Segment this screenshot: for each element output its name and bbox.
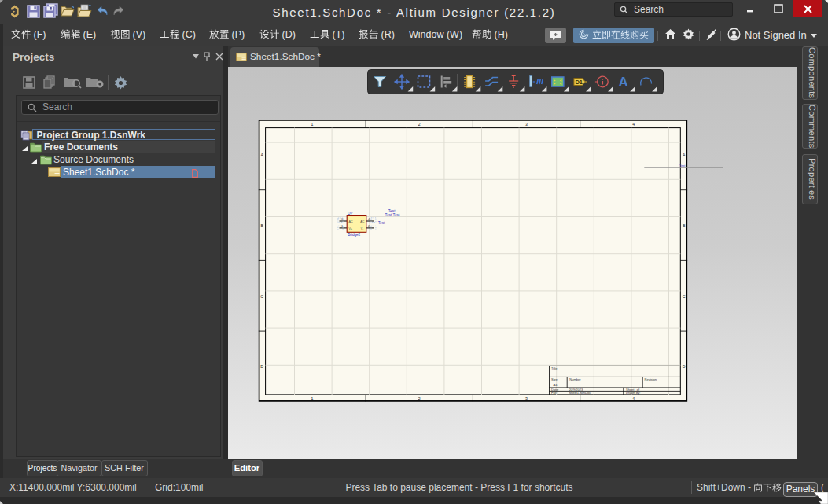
svg-text:V+: V+ xyxy=(349,227,353,230)
svg-text:B: B xyxy=(260,223,263,228)
svg-text:File:: File: xyxy=(551,391,558,395)
svg-text:A: A xyxy=(619,75,628,90)
svg-text:Test Test: Test Test xyxy=(385,213,401,217)
svg-text:Size: Size xyxy=(551,377,558,381)
svg-text:2: 2 xyxy=(418,122,421,127)
svg-text:D: D xyxy=(260,364,263,369)
svg-text:Number: Number xyxy=(569,377,581,381)
svg-text:C: C xyxy=(683,294,686,299)
svg-text:B: B xyxy=(683,223,686,228)
svg-text:Drawn By:: Drawn By: xyxy=(626,391,640,395)
svg-text:3: 3 xyxy=(525,396,528,401)
svg-text:Title: Title xyxy=(551,366,558,370)
svg-text:3: 3 xyxy=(525,122,528,127)
svg-text:D?: D? xyxy=(348,211,353,215)
svg-text:Test: Test xyxy=(378,221,385,225)
svg-text:D: D xyxy=(683,364,686,369)
svg-text:A: A xyxy=(260,153,263,157)
svg-text:A4: A4 xyxy=(554,383,558,387)
svg-text:2: 2 xyxy=(418,396,421,401)
svg-text:AC: AC xyxy=(349,220,353,223)
svg-text:1: 1 xyxy=(311,122,314,127)
svg-text:4: 4 xyxy=(632,122,635,127)
svg-text:Revision: Revision xyxy=(645,377,657,381)
svg-text:Bridge2: Bridge2 xyxy=(348,233,360,237)
svg-text:Sheet1.SchDoc: Sheet1.SchDoc xyxy=(569,391,591,395)
svg-text:D1: D1 xyxy=(575,79,583,86)
svg-text:1: 1 xyxy=(311,396,314,401)
svg-text:AC: AC xyxy=(360,220,364,223)
svg-text:A: A xyxy=(683,153,686,157)
svg-text:C: C xyxy=(260,294,263,299)
svg-text:Test: Test xyxy=(679,164,686,167)
svg-text:4: 4 xyxy=(632,396,635,401)
